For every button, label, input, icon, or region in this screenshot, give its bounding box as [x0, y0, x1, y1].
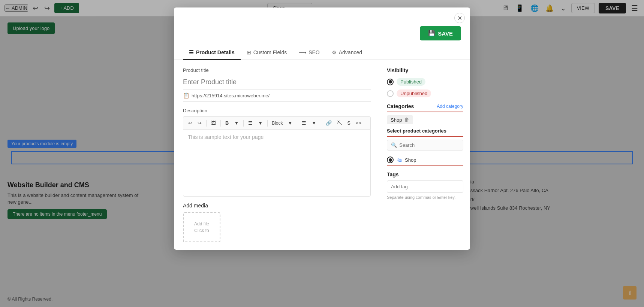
modal-save-button[interactable]: 💾 SAVE: [420, 26, 461, 40]
unpublished-radio[interactable]: [387, 90, 394, 97]
unpublished-label: Unpublished: [397, 89, 431, 97]
toolbar-bold-dropdown[interactable]: ▼: [232, 119, 241, 127]
toolbar-strikethrough[interactable]: S: [345, 119, 352, 127]
editor-sample-text: This is sample text for your page: [188, 134, 264, 140]
toolbar-sep-2: [220, 120, 221, 127]
save-icon: 💾: [428, 30, 435, 37]
categories-row: Categories Add category: [387, 103, 463, 112]
toolbar-block-label: Block: [270, 120, 284, 127]
editor-toolbar: ↩ ↪ 🖼 B ▼ ☰ ▼ Block ▼ ☰ ▼: [183, 116, 371, 129]
modal-body: Product title 📋 https://215914.sites.mic…: [174, 60, 470, 250]
custom-fields-icon: ⊞: [247, 49, 251, 55]
toolbar-sep-3: [243, 120, 244, 127]
toolbar-align[interactable]: ☰: [246, 119, 255, 127]
add-file-label: Add file: [194, 221, 209, 227]
published-radio[interactable]: [387, 79, 394, 85]
add-media-label: Add media: [183, 203, 371, 209]
unpublished-radio-row: Unpublished: [387, 89, 463, 97]
seo-icon: ⟿: [299, 49, 306, 55]
product-details-icon: ☰: [189, 49, 194, 55]
description-label: Description: [183, 108, 371, 113]
add-file-sub: Click to: [194, 228, 209, 233]
toolbar-sep-5: [297, 120, 297, 127]
search-categories-container: 🔍: [387, 140, 463, 151]
url-row: 📋 https://215914.sites.microweber.me/: [183, 92, 371, 102]
toolbar-link[interactable]: 🔗: [324, 119, 334, 127]
toolbar-image[interactable]: 🖼: [209, 119, 218, 127]
toolbar-block-dropdown[interactable]: ▼: [286, 119, 294, 127]
copy-icon: 📋: [183, 92, 189, 98]
category-tag-shop: Shop 🗑: [387, 115, 413, 124]
modal-right-panel: Visibility Published Unpublished Categor…: [380, 60, 470, 250]
tags-hint: Separate using commas or Enter key.: [387, 195, 463, 200]
product-title-label: Product title: [183, 67, 371, 73]
tab-custom-fields[interactable]: ⊞ Custom Fields: [241, 46, 293, 60]
modal-overlay: ✕ 💾 SAVE ☰ Product Details ⊞ Custom Fiel…: [0, 0, 644, 307]
published-label: Published: [397, 78, 425, 86]
add-category-link[interactable]: Add category: [437, 104, 463, 109]
tab-advanced-label: Advanced: [339, 49, 362, 55]
category-item-shop-name: Shop: [405, 157, 416, 163]
published-radio-row: Published: [387, 78, 463, 86]
modal-close-button[interactable]: ✕: [454, 13, 465, 23]
categories-title: Categories: [387, 103, 414, 109]
modal-save-row: 💾 SAVE: [174, 23, 470, 40]
tab-custom-fields-label: Custom Fields: [253, 49, 287, 55]
modal-tabs: ☰ Product Details ⊞ Custom Fields ⟿ SEO …: [174, 46, 470, 60]
advanced-icon: ⚙: [332, 49, 337, 55]
tab-advanced[interactable]: ⚙ Advanced: [326, 46, 368, 60]
toolbar-align-dropdown[interactable]: ▼: [256, 119, 265, 127]
toolbar-bold[interactable]: B: [223, 119, 231, 127]
select-categories-label: Select product categories: [387, 128, 463, 137]
toolbar-redo[interactable]: ↪: [196, 119, 204, 127]
shop-bag-icon: 🛍: [397, 157, 402, 163]
toolbar-list-dropdown[interactable]: ▼: [310, 119, 318, 127]
toolbar-code[interactable]: <>: [354, 119, 363, 127]
toolbar-sep-6: [321, 120, 321, 127]
tab-seo-label: SEO: [309, 49, 320, 55]
product-url: https://215914.sites.microweber.me/: [192, 93, 270, 98]
tab-product-details-label: Product Details: [196, 49, 235, 55]
category-list-item-shop[interactable]: 🛍 Shop: [387, 154, 463, 166]
toolbar-sep-1: [206, 120, 207, 127]
add-file-box[interactable]: Add file Click to: [183, 212, 220, 242]
modal-left-panel: Product title 📋 https://215914.sites.mic…: [174, 60, 380, 250]
tags-input[interactable]: [387, 180, 463, 193]
editor-area[interactable]: This is sample text for your page: [183, 129, 371, 197]
category-tag-label: Shop: [391, 117, 402, 123]
category-tag-remove[interactable]: 🗑: [404, 117, 409, 123]
tab-seo[interactable]: ⟿ SEO: [293, 46, 326, 60]
product-title-input[interactable]: [183, 75, 371, 89]
toolbar-sep-4: [267, 120, 268, 127]
search-icon: 🔍: [391, 142, 397, 148]
modal-header: ✕: [174, 7, 470, 23]
tab-product-details[interactable]: ☰ Product Details: [183, 46, 241, 60]
modal-save-label: SAVE: [438, 30, 453, 37]
search-categories-input[interactable]: [399, 142, 459, 148]
category-radio-shop[interactable]: [387, 156, 394, 163]
toolbar-undo[interactable]: ↩: [186, 119, 194, 127]
product-modal: ✕ 💾 SAVE ☰ Product Details ⊞ Custom Fiel…: [174, 7, 470, 250]
toolbar-unlink[interactable]: ⛏: [335, 119, 344, 127]
tags-label: Tags: [387, 171, 463, 177]
toolbar-list[interactable]: ☰: [300, 119, 308, 127]
visibility-label: Visibility: [387, 67, 463, 73]
